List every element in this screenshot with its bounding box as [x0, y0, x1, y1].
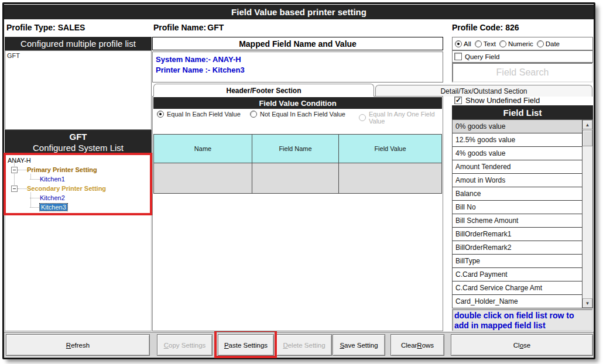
profile-name-label: Profile Name:: [153, 23, 206, 32]
profile-name: Profile Name: GFT: [153, 21, 224, 34]
field-list-item[interactable]: 4% goods value: [453, 147, 582, 160]
radio-label: Text: [484, 40, 496, 47]
radio-numeric[interactable]: Numeric: [499, 40, 533, 47]
table-cell[interactable]: [153, 163, 252, 194]
system-list-subtitle: Configured System List: [33, 142, 124, 153]
tree-connector: [30, 198, 40, 198]
table-cell[interactable]: [252, 163, 339, 194]
radio-date[interactable]: Date: [537, 40, 560, 47]
profile-list-header-label: Configured multiple profile list: [20, 39, 136, 49]
field-list-item[interactable]: C.Card Payment: [453, 268, 582, 281]
system-name-line: System Name:- ANAY-H: [156, 54, 440, 65]
field-list-item[interactable]: Amount Tendered: [453, 160, 582, 174]
profile-type-value: SALES: [58, 23, 85, 32]
tab-label: Detail/Tax/Outstand Section: [440, 87, 527, 95]
tab-detail-tax-outstand-section[interactable]: Detail/Tax/Outstand Section: [375, 85, 592, 97]
system-printer-info: System Name:- ANAY-H Printer Name :- Kit…: [152, 51, 443, 83]
tree-root-label: ANAY-H: [8, 157, 31, 164]
field-list[interactable]: 0% goods value12.5% goods value4% goods …: [452, 119, 593, 308]
table-cell[interactable]: [339, 163, 442, 194]
field-list-item[interactable]: Bill No: [453, 201, 582, 214]
close-button[interactable]: Close: [451, 334, 593, 356]
field-list-item[interactable]: Amout in Words: [453, 174, 582, 187]
radio-icon[interactable]: [537, 40, 544, 47]
tab-label: Header/Footer Section: [226, 87, 301, 95]
tree-group-label: Primary Printer Setting: [27, 166, 97, 173]
printer-setting-dialog: Field Value based printer setting Profil…: [2, 2, 595, 359]
radio-label: All: [464, 40, 471, 47]
collapse-icon[interactable]: [11, 186, 18, 192]
profile-type-label: Profile Type:: [6, 23, 56, 32]
tree-item-label: Kitchen1: [40, 176, 65, 183]
profile-code-value: 826: [505, 23, 519, 32]
tree-item-kitchen2[interactable]: Kitchen2: [30, 193, 65, 202]
radio-icon[interactable]: [157, 111, 164, 118]
configured-system-tree[interactable]: ANAY-H Primary Printer Setting Kitchen1 …: [5, 154, 152, 331]
radio-equal-in-each-field[interactable]: Equal In Each Field Value: [157, 111, 242, 118]
field-list-scrollbar[interactable]: ▲ ▼: [582, 120, 592, 308]
scroll-up-icon[interactable]: ▲: [583, 120, 592, 129]
profile-type: Profile Type: SALES: [6, 21, 85, 34]
field-list-item[interactable]: Card_Holder_Name: [453, 295, 582, 308]
tree-root-node[interactable]: ANAY-H: [8, 156, 31, 165]
tree-connector: [18, 188, 27, 189]
profile-name-value: GFT: [207, 23, 224, 32]
hint-text: double click on field list row to add in…: [454, 311, 574, 330]
profile-list-item[interactable]: GFT: [7, 52, 149, 59]
field-list-rows[interactable]: 0% goods value12.5% goods value4% goods …: [453, 120, 582, 308]
radio-icon[interactable]: [250, 111, 257, 118]
mapped-field-table[interactable]: Name Field Name Field Value: [153, 134, 442, 194]
paste-settings-button[interactable]: Paste Settings: [218, 334, 274, 356]
button-bar: Refresh Copy Settings Paste Settings Del…: [4, 332, 594, 357]
tree-item-label: Kitchen2: [40, 194, 65, 201]
field-list-item[interactable]: BillType: [453, 255, 582, 268]
title-bar: Field Value based printer setting: [4, 5, 594, 19]
tree-group-primary[interactable]: Primary Printer Setting: [11, 165, 97, 174]
field-list-item[interactable]: Balance: [453, 187, 582, 201]
refresh-button[interactable]: Refresh: [6, 334, 150, 356]
radio-icon[interactable]: [455, 40, 462, 47]
field-list-item[interactable]: 12.5% goods value: [453, 133, 582, 147]
radio-label: Equal In Any One Field Value: [369, 111, 441, 125]
field-list-item[interactable]: Bill Scheme Amount: [453, 214, 582, 228]
checkbox-icon[interactable]: [454, 53, 462, 60]
radio-icon[interactable]: [475, 40, 482, 47]
clear-rows-button[interactable]: Clear Rows: [390, 334, 444, 356]
field-list-item[interactable]: BillOrderRemark2: [453, 241, 582, 255]
field-type-filter: All Text Numeric Date: [452, 37, 593, 50]
profile-listbox[interactable]: GFT: [5, 50, 152, 130]
tree-group-secondary[interactable]: Secondary Printer Setting: [11, 184, 106, 193]
tree-connector: [30, 207, 40, 208]
field-list-item[interactable]: 0% goods value: [453, 120, 582, 133]
radio-not-equal-in-each-field[interactable]: Not Equal In Each Field Value: [250, 111, 352, 118]
checkbox-checked-icon[interactable]: [454, 97, 462, 104]
query-field-label: Query Field: [465, 53, 499, 60]
column-header-field-value: Field Value: [339, 134, 442, 163]
field-list-item[interactable]: C.Card Service Charge Amt: [453, 281, 582, 295]
collapse-icon[interactable]: [11, 167, 18, 173]
radio-all[interactable]: All: [455, 40, 471, 47]
field-list-item[interactable]: BillOrderRemark1: [453, 228, 582, 241]
tree-item-kitchen1[interactable]: Kitchen1: [30, 174, 65, 184]
profile-code: Profile Code: 826: [452, 21, 519, 34]
tab-header-footer-section[interactable]: Header/Footer Section: [153, 84, 374, 97]
window-title: Field Value based printer setting: [231, 7, 366, 17]
scrollbar-thumb[interactable]: [583, 130, 592, 146]
mapped-field-header: Mapped Field Name and Value: [152, 37, 443, 50]
column-header-name: Name: [153, 134, 252, 163]
save-setting-button[interactable]: Save Setting: [333, 334, 385, 356]
field-value-condition-label: Field Value Condition: [259, 99, 336, 108]
radio-equal-in-any-one-field: Equal In Any One Field Value: [359, 111, 441, 125]
tree-item-kitchen3[interactable]: Kitchen3: [30, 202, 67, 212]
printer-name-line: Printer Name :- Kitchen3: [156, 65, 440, 75]
delete-setting-button: Delete Setting: [276, 334, 332, 356]
query-field-option[interactable]: Query Field: [452, 50, 593, 63]
radio-label: Date: [546, 40, 560, 47]
radio-label: Equal In Each Field Value: [167, 111, 241, 118]
field-search-input: [453, 64, 592, 81]
scroll-down-icon[interactable]: ▼: [583, 298, 592, 308]
radio-icon[interactable]: [499, 40, 506, 47]
radio-text[interactable]: Text: [475, 40, 496, 47]
header-footer-tab-page: Field Value Condition Equal In Each Fiel…: [152, 96, 443, 331]
table-row[interactable]: [153, 163, 442, 194]
